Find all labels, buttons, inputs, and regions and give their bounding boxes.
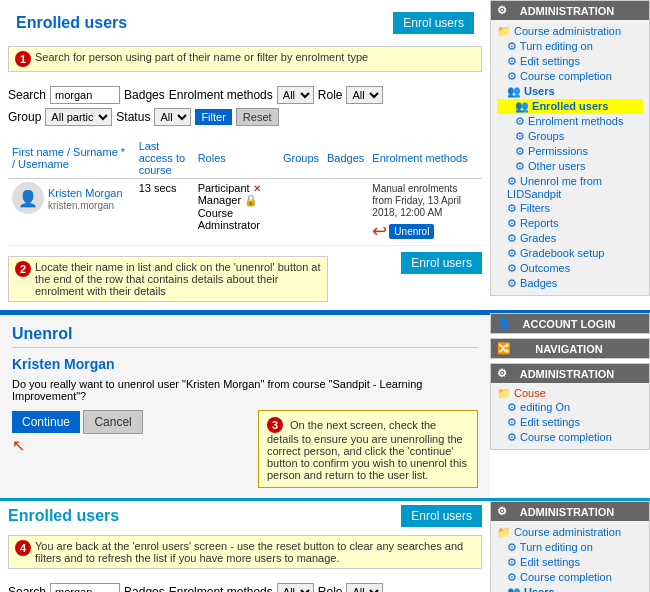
- admin-title-3: ADMINISTRATION: [520, 506, 615, 518]
- expand-icon-5[interactable]: □: [627, 506, 633, 517]
- continue-button[interactable]: Continue: [12, 411, 80, 433]
- sidebar3-item-course-admin[interactable]: 📁 Course administration: [497, 525, 643, 540]
- box-controls-account: □ ✕: [627, 318, 643, 329]
- sidebar-item-turn-editing[interactable]: ⚙ Turn editing on: [497, 39, 643, 54]
- user-table-1: First name / Surname * / Username Last a…: [8, 138, 482, 246]
- close-icon-3[interactable]: ✕: [635, 343, 643, 354]
- sidebar-item-reports[interactable]: ⚙ Reports: [497, 216, 643, 231]
- group-label: Group: [8, 110, 41, 124]
- col-badges: Badges: [323, 138, 368, 179]
- group-row-1: Group All partic Status All Filter Reset: [8, 108, 482, 126]
- tip2-number: 2: [15, 261, 31, 277]
- sidebar-item-badges[interactable]: ⚙ Badges: [497, 276, 643, 291]
- sidebar-item-groups[interactable]: ⚙ Groups: [497, 129, 643, 144]
- close-icon-2[interactable]: ✕: [635, 318, 643, 329]
- badges-label: Badges: [124, 88, 165, 102]
- col-enrolment: Enrolment methods: [368, 138, 482, 179]
- search-label: Search: [8, 88, 46, 102]
- sidebar-nav-header: 🔀 NAVIGATION □ ✕: [491, 339, 649, 358]
- enrolment-methods-select-1[interactable]: All: [277, 86, 314, 104]
- course-icon: 📁: [497, 387, 511, 399]
- sidebar-item-filters[interactable]: ⚙ Filters: [497, 201, 643, 216]
- table-row: 👤 Kristen Morgan kristen.morgan 13 secs: [8, 179, 482, 246]
- sidebar3-item-edit-settings[interactable]: ⚙ Edit settings: [497, 555, 643, 570]
- role-select-1[interactable]: All: [346, 86, 383, 104]
- tip4-number: 4: [15, 540, 31, 556]
- box-controls-2: □ ✕: [627, 368, 643, 379]
- filter-button-1[interactable]: Filter: [195, 109, 231, 125]
- unenrol-button[interactable]: Unenrol: [389, 224, 434, 239]
- role-manager: Manager: [198, 194, 241, 206]
- reset-button-1[interactable]: Reset: [236, 108, 279, 126]
- sidebar-item-grades[interactable]: ⚙ Grades: [497, 231, 643, 246]
- search-input-2[interactable]: [50, 583, 120, 592]
- sidebar-item-course-admin[interactable]: 📁 Course administration: [497, 24, 643, 39]
- unenrol-user-name: Kristen Morgan: [12, 356, 478, 372]
- sidebar-item-edit-settings[interactable]: ⚙ Edit settings: [497, 54, 643, 69]
- sidebar-1: ⚙ ADMINISTRATION □ ✕ 📁 Course administra…: [490, 0, 650, 310]
- sidebar-item-unenrol-me[interactable]: ⚙ Unenrol me from LIDSandpit: [497, 174, 643, 201]
- sidebar3-item-users[interactable]: 👥 Users: [497, 585, 643, 592]
- enrol-users-button-1[interactable]: Enrol users: [393, 12, 474, 34]
- status-label: Status: [116, 110, 150, 124]
- enrolment-cell: Manual enrolments from Friday, 13 April …: [368, 179, 482, 246]
- cancel-button[interactable]: Cancel: [83, 410, 142, 434]
- expand-icon-4[interactable]: □: [627, 368, 633, 379]
- enrolment-methods-label: Enrolment methods: [169, 88, 273, 102]
- tip4-box: 4 You are back at the 'enrol users' scre…: [8, 535, 482, 569]
- enrolment-methods-label-2: Enrolment methods: [169, 585, 273, 592]
- tip1-number: 1: [15, 51, 31, 67]
- username: kristen.morgan: [48, 200, 123, 211]
- sidebar3-item-turn-editing[interactable]: ⚙ Turn editing on: [497, 540, 643, 555]
- search-area-2: Search Badges Enrolment methods All Role…: [0, 577, 490, 592]
- sidebar-item-users[interactable]: 👥 Users: [497, 84, 643, 99]
- section2-title: Enrolled users: [8, 507, 119, 525]
- enrolment-methods-select-2[interactable]: All: [277, 583, 314, 592]
- tip4-text: You are back at the 'enrol users' screen…: [35, 540, 475, 564]
- col-name[interactable]: First name / Surname * / Username: [8, 138, 135, 179]
- expand-icon-3[interactable]: □: [627, 343, 633, 354]
- editing-icon: ⚙: [507, 401, 517, 413]
- sidebar-nav-block: 🔀 NAVIGATION □ ✕: [490, 338, 650, 359]
- search-row-1: Search Badges Enrolment methods All Role…: [8, 86, 482, 104]
- remove-role-1[interactable]: ✕: [253, 183, 261, 194]
- user-table-container-1: First name / Surname * / Username Last a…: [0, 132, 490, 248]
- sidebar-item-enrolled-users[interactable]: 👥 Enrolled users: [497, 99, 643, 114]
- badges-label-2: Badges: [124, 585, 165, 592]
- sidebar2-item-course-completion[interactable]: ⚙ Course completion: [497, 430, 643, 445]
- sidebar-item-course-completion[interactable]: ⚙ Course completion: [497, 69, 643, 84]
- role-select-2[interactable]: All: [346, 583, 383, 592]
- sidebar-admin-block-3: ⚙ ADMINISTRATION □ ✕ 📁 Course administra…: [490, 501, 650, 592]
- sidebar3-item-course-completion[interactable]: ⚙ Course completion: [497, 570, 643, 585]
- sidebar-account-block: 👤 ACCOUNT LOGIN □ ✕: [490, 313, 650, 334]
- group-select-1[interactable]: All partic: [45, 108, 112, 126]
- sidebar-item-permissions[interactable]: ⚙ Permissions: [497, 144, 643, 159]
- search-input-1[interactable]: [50, 86, 120, 104]
- unenrol-title: Unenrol: [12, 325, 478, 348]
- unenrol-confirm-text: Do you really want to unenrol user "Kris…: [12, 378, 478, 402]
- col-last-access: Last access to course: [135, 138, 194, 179]
- sidebar2-item-edit-settings[interactable]: ⚙ Edit settings: [497, 415, 643, 430]
- expand-icon-1[interactable]: □: [627, 5, 633, 16]
- col-roles: Roles: [194, 138, 279, 179]
- person-icon: 👤: [497, 317, 511, 330]
- enrol-users-button-2[interactable]: Enrol users: [401, 505, 482, 527]
- sidebar-admin-header-2: ⚙ ADMINISTRATION □ ✕: [491, 364, 649, 383]
- col-groups: Groups: [279, 138, 323, 179]
- sidebar-3: ⚙ ADMINISTRATION □ ✕ 📁 Course administra…: [490, 501, 650, 592]
- close-icon-1[interactable]: ✕: [635, 5, 643, 16]
- sidebar-unenrol: 👤 ACCOUNT LOGIN □ ✕ 🔀 NAVIGATION □ ✕ ⚙: [490, 313, 650, 498]
- sidebar-item-gradebook[interactable]: ⚙ Gradebook setup: [497, 246, 643, 261]
- sidebar2-item-editing[interactable]: ⚙ editing On: [497, 400, 643, 415]
- close-icon-5[interactable]: ✕: [635, 506, 643, 517]
- close-icon-4[interactable]: ✕: [635, 368, 643, 379]
- status-select-1[interactable]: All: [154, 108, 191, 126]
- tip3-text: On the next screen, check the details to…: [267, 419, 467, 481]
- enrol-users-button-1b[interactable]: Enrol users: [401, 252, 482, 274]
- sidebar-item-other-users[interactable]: ⚙ Other users: [497, 159, 643, 174]
- sidebar-item-enrolment-methods[interactable]: ⚙ Enrolment methods: [497, 114, 643, 129]
- sidebar-item-outcomes[interactable]: ⚙ Outcomes: [497, 261, 643, 276]
- role-admin: Course Adminstrator: [198, 207, 260, 231]
- user-name-link[interactable]: Kristen Morgan: [48, 186, 123, 200]
- expand-icon-2[interactable]: □: [627, 318, 633, 329]
